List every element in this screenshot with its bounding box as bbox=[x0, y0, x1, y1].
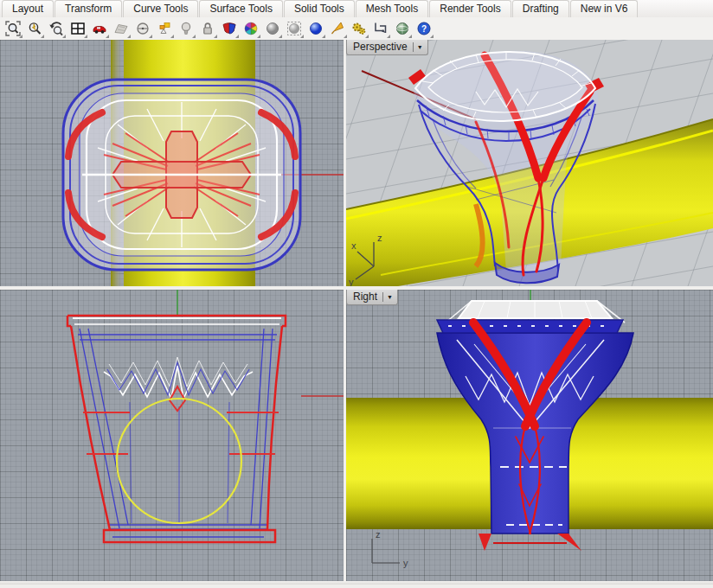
axis-label-y: y bbox=[349, 277, 354, 286]
viewport-title-right[interactable]: Right ▼ bbox=[346, 290, 398, 305]
ghosted-viewport-icon[interactable] bbox=[284, 18, 305, 39]
tab-curve-tools[interactable]: Curve Tools bbox=[123, 0, 198, 17]
toolbar-tab-bar: Layout Transform Curve Tools Surface Too… bbox=[0, 0, 713, 17]
named-views-icon[interactable] bbox=[154, 18, 175, 39]
axis-label-x: x bbox=[351, 240, 356, 251]
axis-label-z: z bbox=[376, 529, 381, 540]
four-viewports-icon[interactable] bbox=[67, 18, 88, 39]
set-cplane-map-icon[interactable] bbox=[111, 18, 132, 39]
cplane-origin-icon[interactable] bbox=[132, 18, 153, 39]
tab-mesh-tools[interactable]: Mesh Tools bbox=[356, 0, 428, 17]
tab-solid-tools[interactable]: Solid Tools bbox=[284, 0, 355, 17]
zoom-selected-icon[interactable] bbox=[24, 18, 45, 39]
viewport-perspective[interactable]: z x y Perspective ▼ bbox=[346, 40, 713, 286]
viewport-title-perspective[interactable]: Perspective ▼ bbox=[346, 40, 428, 55]
perspective-model: z x y bbox=[346, 40, 713, 286]
axis-label-z: z bbox=[377, 233, 382, 243]
undo-view-icon[interactable] bbox=[46, 18, 67, 39]
main-toolbar: ? bbox=[0, 17, 713, 40]
display-mode-icon[interactable] bbox=[219, 18, 240, 39]
tab-new-in-v6[interactable]: New in V6 bbox=[570, 0, 639, 17]
viewport-area: z x y Perspective ▼ bbox=[0, 40, 713, 585]
chevron-down-icon: ▼ bbox=[387, 294, 394, 300]
tab-render-tools[interactable]: Render Tools bbox=[429, 0, 511, 17]
spotlight-icon[interactable] bbox=[327, 18, 348, 39]
viewport-front[interactable] bbox=[0, 290, 344, 585]
viewport-title-label: Right bbox=[353, 291, 377, 303]
lock-objects-icon[interactable] bbox=[197, 18, 218, 39]
dimension-icon[interactable] bbox=[370, 18, 391, 39]
tab-layout[interactable]: Layout bbox=[2, 0, 54, 17]
rendered-viewport-icon[interactable] bbox=[305, 18, 326, 39]
chevron-down-icon: ▼ bbox=[417, 44, 424, 50]
tab-transform[interactable]: Transform bbox=[55, 0, 122, 17]
viewport-title-label: Perspective bbox=[353, 41, 408, 53]
zoom-extents-icon[interactable] bbox=[3, 18, 23, 39]
axis-label-y: y bbox=[403, 558, 408, 568]
svg-text:?: ? bbox=[421, 24, 427, 34]
top-view-model bbox=[0, 40, 344, 286]
color-wheel-icon[interactable] bbox=[241, 18, 261, 39]
front-view-model bbox=[0, 290, 344, 585]
viewport-title-divider bbox=[382, 292, 383, 302]
help-icon[interactable]: ? bbox=[414, 18, 434, 39]
right-view-model: z y bbox=[346, 290, 713, 585]
tab-surface-tools[interactable]: Surface Tools bbox=[199, 0, 283, 17]
lights-icon[interactable] bbox=[176, 18, 196, 39]
walkabout-car-icon[interactable] bbox=[89, 18, 110, 39]
viewport-top[interactable] bbox=[0, 40, 344, 286]
viewport-right[interactable]: z y Right ▼ bbox=[346, 290, 713, 585]
viewport-title-divider bbox=[413, 42, 414, 52]
tab-drafting[interactable]: Drafting bbox=[512, 0, 569, 17]
earth-anchor-icon[interactable] bbox=[392, 18, 413, 39]
options-gears-icon[interactable] bbox=[349, 18, 369, 39]
shaded-viewport-icon[interactable] bbox=[262, 18, 283, 39]
window-bottom-edge bbox=[0, 581, 713, 585]
